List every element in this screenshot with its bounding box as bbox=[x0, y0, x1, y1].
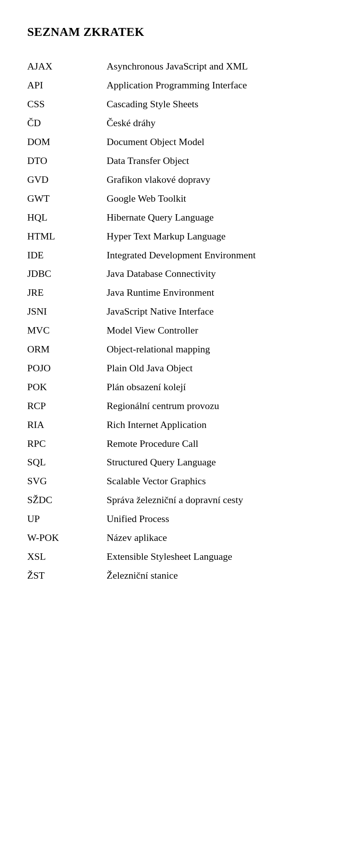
abbr-term: CSS bbox=[27, 95, 107, 114]
abbr-term: POJO bbox=[27, 359, 107, 378]
abbr-row: XSLExtensible Stylesheet Language bbox=[27, 547, 336, 566]
abbr-term: DTO bbox=[27, 151, 107, 170]
abbr-definition: Asynchronous JavaScript and XML bbox=[107, 57, 336, 76]
abbr-definition: Správa železniční a dopravní cesty bbox=[107, 491, 336, 510]
abbr-row: UPUnified Process bbox=[27, 510, 336, 528]
abbr-definition: Cascading Style Sheets bbox=[107, 95, 336, 114]
abbr-definition: Application Programming Interface bbox=[107, 76, 336, 95]
abbr-row: GWTGoogle Web Toolkit bbox=[27, 189, 336, 208]
abbr-row: HQLHibernate Query Language bbox=[27, 208, 336, 227]
abbr-term: DOM bbox=[27, 133, 107, 151]
abbr-term: XSL bbox=[27, 547, 107, 566]
abbr-term: ČD bbox=[27, 114, 107, 133]
abbr-term: UP bbox=[27, 510, 107, 528]
abbr-row: RIARich Internet Application bbox=[27, 415, 336, 434]
abbr-row: ORMObject-relational mapping bbox=[27, 340, 336, 359]
abbr-row: DOMDocument Object Model bbox=[27, 133, 336, 151]
abbr-row: RCPRegionální centrum provozu bbox=[27, 397, 336, 415]
page-title: SEZNAM ZKRATEK bbox=[27, 20, 336, 43]
abbr-term: GVD bbox=[27, 170, 107, 189]
abbr-term: SQL bbox=[27, 453, 107, 472]
abbr-row: DTOData Transfer Object bbox=[27, 151, 336, 170]
abbr-row: SVGScalable Vector Graphics bbox=[27, 472, 336, 491]
abbr-term: AJAX bbox=[27, 57, 107, 76]
abbr-definition: Hibernate Query Language bbox=[107, 208, 336, 227]
abbr-definition: Google Web Toolkit bbox=[107, 189, 336, 208]
abbr-row: POKPlán obsazení kolejí bbox=[27, 378, 336, 397]
abbr-definition: Java Runtime Environment bbox=[107, 283, 336, 302]
abbr-term: SŽDC bbox=[27, 491, 107, 510]
abbr-term: JDBC bbox=[27, 264, 107, 283]
abbr-row: SQLStructured Query Language bbox=[27, 453, 336, 472]
abbr-definition: Remote Procedure Call bbox=[107, 434, 336, 453]
abbr-row: CSSCascading Style Sheets bbox=[27, 95, 336, 114]
abbr-term: W-POK bbox=[27, 528, 107, 547]
abbr-definition: Document Object Model bbox=[107, 133, 336, 151]
abbr-definition: Integrated Development Environment bbox=[107, 246, 336, 265]
abbr-definition: Regionální centrum provozu bbox=[107, 397, 336, 415]
abbr-term: JRE bbox=[27, 283, 107, 302]
abbr-term: RIA bbox=[27, 415, 107, 434]
abbr-row: HTMLHyper Text Markup Language bbox=[27, 227, 336, 246]
abbr-row: GVDGrafikon vlakové dopravy bbox=[27, 170, 336, 189]
abbr-definition: Object-relational mapping bbox=[107, 340, 336, 359]
abbr-row: IDEIntegrated Development Environment bbox=[27, 246, 336, 265]
abbr-term: SVG bbox=[27, 472, 107, 491]
abbr-term: MVC bbox=[27, 321, 107, 340]
abbr-row: AJAXAsynchronous JavaScript and XML bbox=[27, 57, 336, 76]
abbr-row: SŽDCSpráva železniční a dopravní cesty bbox=[27, 491, 336, 510]
abbr-row: POJOPlain Old Java Object bbox=[27, 359, 336, 378]
abbr-term: RPC bbox=[27, 434, 107, 453]
abbr-term: GWT bbox=[27, 189, 107, 208]
abbr-row: RPCRemote Procedure Call bbox=[27, 434, 336, 453]
abbr-definition: Scalable Vector Graphics bbox=[107, 472, 336, 491]
abbr-definition: Unified Process bbox=[107, 510, 336, 528]
abbr-term: HTML bbox=[27, 227, 107, 246]
abbr-term: POK bbox=[27, 378, 107, 397]
abbr-row: APIApplication Programming Interface bbox=[27, 76, 336, 95]
abbr-term: ŽST bbox=[27, 566, 107, 585]
abbr-term: IDE bbox=[27, 246, 107, 265]
abbr-row: JREJava Runtime Environment bbox=[27, 283, 336, 302]
abbr-definition: Název aplikace bbox=[107, 528, 336, 547]
abbr-term: ORM bbox=[27, 340, 107, 359]
abbr-definition: Plán obsazení kolejí bbox=[107, 378, 336, 397]
abbr-definition: Grafikon vlakové dopravy bbox=[107, 170, 336, 189]
abbr-row: JSNIJavaScript Native Interface bbox=[27, 302, 336, 321]
abbr-definition: Rich Internet Application bbox=[107, 415, 336, 434]
abbr-row: JDBCJava Database Connectivity bbox=[27, 264, 336, 283]
abbr-definition: České dráhy bbox=[107, 114, 336, 133]
abbr-row: W-POKNázev aplikace bbox=[27, 528, 336, 547]
abbr-row: ČDČeské dráhy bbox=[27, 114, 336, 133]
abbr-definition: Model View Controller bbox=[107, 321, 336, 340]
abbr-definition: Železniční stanice bbox=[107, 566, 336, 585]
abbr-definition: Data Transfer Object bbox=[107, 151, 336, 170]
abbr-term: HQL bbox=[27, 208, 107, 227]
abbr-definition: JavaScript Native Interface bbox=[107, 302, 336, 321]
abbr-row: MVCModel View Controller bbox=[27, 321, 336, 340]
abbr-term: RCP bbox=[27, 397, 107, 415]
abbr-term: API bbox=[27, 76, 107, 95]
abbr-definition: Extensible Stylesheet Language bbox=[107, 547, 336, 566]
abbreviation-list: AJAXAsynchronous JavaScript and XMLAPIAp… bbox=[27, 57, 336, 585]
abbr-definition: Plain Old Java Object bbox=[107, 359, 336, 378]
abbr-definition: Structured Query Language bbox=[107, 453, 336, 472]
abbr-definition: Java Database Connectivity bbox=[107, 264, 336, 283]
abbr-term: JSNI bbox=[27, 302, 107, 321]
abbr-row: ŽSTŽelezniční stanice bbox=[27, 566, 336, 585]
abbr-definition: Hyper Text Markup Language bbox=[107, 227, 336, 246]
